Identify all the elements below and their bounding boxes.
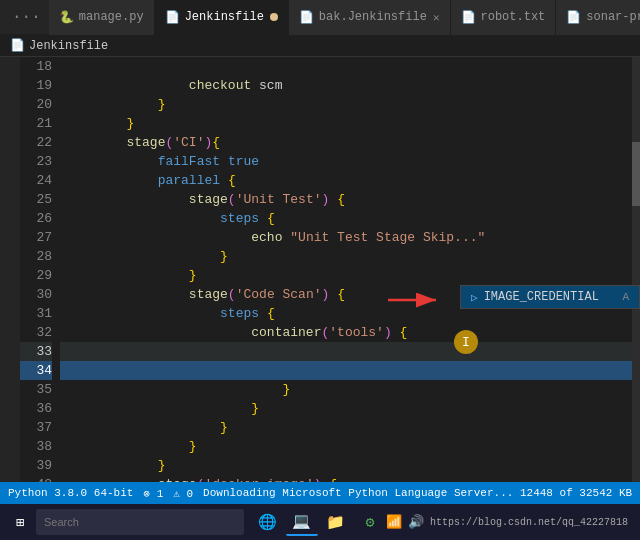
status-errors: ⊗ 1 bbox=[143, 487, 163, 500]
breadcrumb-label: Jenkinsfile bbox=[29, 39, 108, 53]
tray-network-icon: 📶 bbox=[386, 514, 402, 530]
code-editor[interactable]: checkout scm } } stage('CI'){ failFast t… bbox=[60, 57, 640, 482]
tab-label-bak-jenkinsfile: bak.Jenkinsfile bbox=[319, 10, 427, 24]
line-num-32: 32 bbox=[20, 323, 52, 342]
tab-close-bak[interactable]: ✕ bbox=[433, 11, 440, 24]
code-line-29: stage('Code Scan') { bbox=[60, 266, 640, 285]
code-line-35: } bbox=[60, 380, 640, 399]
code-line-38: } bbox=[60, 437, 640, 456]
line-num-28: 28 bbox=[20, 247, 52, 266]
taskbar-apps: 🌐 💻 📁 ⚙️ bbox=[252, 508, 386, 536]
tab-icon-robot-txt: 📄 bbox=[461, 10, 476, 25]
code-line-34: } bbox=[60, 361, 640, 380]
line-num-24: 24 bbox=[20, 171, 52, 190]
line-num-22: 22 bbox=[20, 133, 52, 152]
code-line-22: failFast true bbox=[60, 133, 640, 152]
scroll-thumb[interactable] bbox=[632, 142, 640, 206]
status-python-label: Python 3.8.0 64-bit bbox=[8, 487, 133, 499]
line-numbers: 18 19 20 21 22 23 24 25 26 27 28 29 30 3… bbox=[20, 57, 60, 482]
code-line-32: script { bbox=[60, 323, 640, 342]
code-line-20: } bbox=[60, 95, 640, 114]
status-warnings: ⚠ 0 bbox=[173, 487, 193, 500]
breadcrumb-icon: 📄 bbox=[10, 38, 25, 53]
tab-bak-jenkinsfile[interactable]: 📄 bak.Jenkinsfile ✕ bbox=[289, 0, 451, 35]
line-num-23: 23 bbox=[20, 152, 52, 171]
autocomplete-item-label: IMAGE_CREDENTIAL bbox=[484, 290, 599, 304]
line-num-36: 36 bbox=[20, 399, 52, 418]
code-line-23: parallel { bbox=[60, 152, 640, 171]
line-num-38: 38 bbox=[20, 437, 52, 456]
taskbar-app-browser[interactable]: 🌐 bbox=[252, 508, 284, 536]
tab-label-robot-txt: robot.txt bbox=[481, 10, 546, 24]
status-python-version: Python 3.8.0 64-bit bbox=[8, 487, 133, 499]
autocomplete-item-icon: ▷ bbox=[471, 291, 478, 304]
taskbar-url: https://blog.csdn.net/qq_42227818 bbox=[430, 517, 628, 528]
tab-manage-py[interactable]: 🐍 manage.py bbox=[49, 0, 155, 35]
code-line-24: stage('Unit Test') { bbox=[60, 171, 640, 190]
status-bar-left: Python 3.8.0 64-bit ⊗ 1 ⚠ 0 Downloading … bbox=[8, 487, 640, 500]
code-line-40: steps { bbox=[60, 475, 640, 482]
line-num-29: 29 bbox=[20, 266, 52, 285]
line-num-33: 33 bbox=[20, 342, 52, 361]
cursor-symbol: I bbox=[462, 335, 470, 350]
code-line-19: } bbox=[60, 76, 640, 95]
taskbar-app-explorer[interactable]: 📁 bbox=[320, 508, 352, 536]
tab-modified-dot bbox=[270, 13, 278, 21]
tab-sonar-props[interactable]: 📄 sonar-project.properties bbox=[556, 0, 640, 35]
code-line-26: echo "Unit Test Stage Skip..." bbox=[60, 209, 640, 228]
taskbar-tray: 📶 🔊 https://blog.csdn.net/qq_42227818 bbox=[386, 514, 636, 530]
taskbar-app-terminal[interactable]: ⚙️ bbox=[354, 508, 386, 536]
tab-icon-jenkinsfile: 📄 bbox=[165, 10, 180, 25]
line-num-25: 25 bbox=[20, 190, 52, 209]
tab-jenkinsfile[interactable]: 📄 Jenkinsfile bbox=[155, 0, 289, 35]
tab-icon-bak-jenkinsfile: 📄 bbox=[299, 10, 314, 25]
sidebar-gutter bbox=[0, 57, 20, 482]
cursor-indicator: I bbox=[454, 330, 478, 354]
code-line-18: checkout scm bbox=[60, 57, 640, 76]
status-notification-text: Downloading Microsoft Python Language Se… bbox=[203, 487, 640, 499]
status-errors-label: ⊗ 1 bbox=[143, 487, 163, 500]
line-num-37: 37 bbox=[20, 418, 52, 437]
taskbar-app-vscode[interactable]: 💻 bbox=[286, 508, 318, 536]
breadcrumb-bar: 📄 Jenkinsfile bbox=[0, 35, 640, 57]
status-notification: Downloading Microsoft Python Language Se… bbox=[203, 487, 640, 499]
tab-label-sonar-props: sonar-project.properties bbox=[586, 10, 640, 24]
line-num-35: 35 bbox=[20, 380, 52, 399]
code-line-37: } bbox=[60, 418, 640, 437]
line-num-34: 34 bbox=[20, 361, 52, 380]
autocomplete-arrow-hint: A bbox=[622, 291, 629, 303]
taskbar: ⊞ 🌐 💻 📁 ⚙️ 📶 🔊 https://blog.csdn.net/qq_… bbox=[0, 504, 640, 540]
code-line-27: } bbox=[60, 228, 640, 247]
tab-label-manage-py: manage.py bbox=[79, 10, 144, 24]
code-line-21: stage('CI'){ bbox=[60, 114, 640, 133]
line-num-18: 18 bbox=[20, 57, 52, 76]
editor-window: ··· 🐍 manage.py 📄 Jenkinsfile 📄 bak.Jenk… bbox=[0, 0, 640, 482]
tab-label-jenkinsfile: Jenkinsfile bbox=[185, 10, 264, 24]
line-num-26: 26 bbox=[20, 209, 52, 228]
tray-sound-icon: 🔊 bbox=[408, 514, 424, 530]
line-num-31: 31 bbox=[20, 304, 52, 323]
code-line-39: stage('docker-image') { bbox=[60, 456, 640, 475]
status-warnings-label: ⚠ 0 bbox=[173, 487, 193, 500]
line-num-19: 19 bbox=[20, 76, 52, 95]
scroll-indicator[interactable] bbox=[632, 57, 640, 482]
line-num-20: 20 bbox=[20, 95, 52, 114]
tab-icon-sonar-props: 📄 bbox=[566, 10, 581, 25]
line-num-27: 27 bbox=[20, 228, 52, 247]
line-num-39: 39 bbox=[20, 456, 52, 475]
taskbar-start-button[interactable]: ⊞ bbox=[4, 508, 36, 536]
code-line-28: } bbox=[60, 247, 640, 266]
tab-overflow-button[interactable]: ··· bbox=[4, 8, 49, 26]
tab-robot-txt[interactable]: 📄 robot.txt bbox=[451, 0, 557, 35]
taskbar-search[interactable] bbox=[36, 509, 244, 535]
code-line-25: steps { bbox=[60, 190, 640, 209]
tab-bar: ··· 🐍 manage.py 📄 Jenkinsfile 📄 bak.Jenk… bbox=[0, 0, 640, 35]
autocomplete-popup[interactable]: ▷ IMAGE_CREDENTIAL A bbox=[460, 285, 640, 309]
line-num-21: 21 bbox=[20, 114, 52, 133]
tab-icon-manage-py: 🐍 bbox=[59, 10, 74, 25]
code-line-36: } bbox=[60, 399, 640, 418]
annotation-arrow bbox=[388, 285, 448, 319]
editor-area[interactable]: 18 19 20 21 22 23 24 25 26 27 28 29 30 3… bbox=[0, 57, 640, 482]
autocomplete-item-image-credential[interactable]: ▷ IMAGE_CREDENTIAL A bbox=[461, 286, 639, 308]
status-bar: Python 3.8.0 64-bit ⊗ 1 ⚠ 0 Downloading … bbox=[0, 482, 640, 504]
